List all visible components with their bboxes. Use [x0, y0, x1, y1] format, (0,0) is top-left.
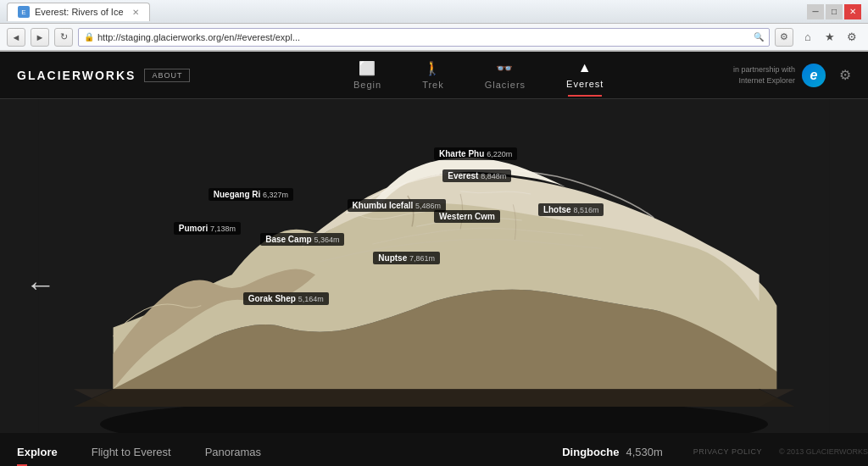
bottom-bar: Explore Flight to Everest Panoramas Ding… [0, 433, 868, 466]
privacy-policy-link[interactable]: PRIVACY POLICY [693, 447, 762, 456]
partner-line2: Internet Explorer [738, 76, 795, 85]
minimize-button[interactable]: ─ [807, 4, 824, 19]
back-arrow-button[interactable]: ← [25, 267, 56, 302]
nav-settings-icon[interactable]: ⚙ [839, 67, 851, 83]
everest-nav-icon: ▲ [578, 60, 593, 75]
lock-icon: 🔒 [84, 32, 94, 42]
svg-marker-5 [74, 389, 794, 407]
trek-icon: 🚶 [424, 60, 442, 76]
nav-item-everest[interactable]: ▲ Everest [546, 53, 624, 97]
toolbar-icons: ⌂ ★ ⚙ [798, 28, 861, 47]
forward-button[interactable]: ► [31, 28, 49, 47]
ie-logo: e [802, 64, 826, 87]
current-location-name: Dingboche [562, 446, 619, 458]
tab-flight[interactable]: Flight to Everest [75, 433, 188, 466]
terrain-container [0, 99, 868, 433]
url-bar[interactable]: 🔒 http://staging.glacierworks.org/en/#ev… [78, 28, 770, 47]
maximize-button[interactable]: □ [826, 4, 843, 19]
close-button[interactable]: ✕ [844, 4, 861, 19]
tab-explore-label: Explore [17, 446, 58, 458]
nav-item-begin[interactable]: ⬜ Begin [333, 53, 402, 97]
copyright-text: © 2013 GLACIERWORKS [779, 447, 868, 456]
favorites-icon[interactable]: ★ [821, 28, 839, 47]
begin-label: Begin [353, 80, 381, 90]
nav-item-glaciers[interactable]: 👓 Glaciers [465, 53, 546, 97]
terrain-svg [0, 99, 868, 433]
url-text: http://staging.glacierworks.org/en/#ever… [97, 32, 750, 42]
tab-panoramas[interactable]: Panoramas [188, 433, 278, 466]
nav-item-trek[interactable]: 🚶 Trek [402, 53, 465, 97]
back-button[interactable]: ◄ [7, 28, 25, 47]
glaciers-label: Glaciers [485, 80, 526, 90]
location-info: Dingboche 4,530m [545, 446, 680, 458]
bottom-tabs: Explore Flight to Everest Panoramas [0, 433, 278, 466]
brand: GLACIERWORKS ABOUT [17, 69, 190, 82]
footer-links: PRIVACY POLICY © 2013 GLACIERWORKS [693, 447, 868, 456]
nav-items: ⬜ Begin 🚶 Trek 👓 Glaciers ▲ Everest [224, 53, 733, 97]
title-bar: E Everest: Rivers of Ice ✕ ─ □ ✕ [0, 0, 868, 24]
map-area: Kharte Phu 6,220m Everest 8,848m Nuegang… [0, 99, 868, 466]
tab-flight-label: Flight to Everest [92, 446, 171, 458]
partner-area: in partnership with Internet Explorer e … [733, 64, 851, 87]
partner-line1: in partnership with [733, 65, 795, 74]
browser-tab[interactable]: E Everest: Rivers of Ice ✕ [7, 3, 150, 21]
tab-title: Everest: Rivers of Ice [35, 7, 124, 17]
app-container: GLACIERWORKS ABOUT ⬜ Begin 🚶 Trek 👓 Glac… [0, 52, 868, 466]
browser-chrome: E Everest: Rivers of Ice ✕ ─ □ ✕ ◄ ► ↻ 🔒… [0, 0, 868, 52]
brand-logo: GLACIERWORKS [17, 69, 136, 82]
tab-close-button[interactable]: ✕ [132, 8, 139, 17]
tools-icon[interactable]: ⚙ [843, 28, 861, 47]
refresh-button[interactable]: ↻ [54, 28, 73, 47]
everest-label: Everest [566, 79, 604, 89]
tab-explore[interactable]: Explore [0, 433, 75, 466]
about-button[interactable]: ABOUT [144, 69, 190, 82]
begin-icon: ⬜ [359, 60, 376, 76]
partner-text: in partnership with Internet Explorer [733, 64, 795, 86]
home-icon[interactable]: ⌂ [798, 28, 817, 47]
title-bar-left: E Everest: Rivers of Ice ✕ [7, 3, 150, 21]
tab-favicon: E [18, 6, 30, 18]
search-icon: 🔍 [754, 32, 764, 42]
trek-label: Trek [422, 80, 444, 90]
address-bar: ◄ ► ↻ 🔒 http://staging.glacierworks.org/… [0, 24, 868, 51]
tab-panoramas-label: Panoramas [205, 446, 261, 458]
current-location-elevation: 4,530m [626, 446, 662, 458]
window-controls: ─ □ ✕ [807, 4, 861, 19]
compat-button[interactable]: ⚙ [775, 28, 793, 47]
app-nav: GLACIERWORKS ABOUT ⬜ Begin 🚶 Trek 👓 Glac… [0, 52, 868, 99]
glaciers-icon: 👓 [496, 60, 514, 76]
